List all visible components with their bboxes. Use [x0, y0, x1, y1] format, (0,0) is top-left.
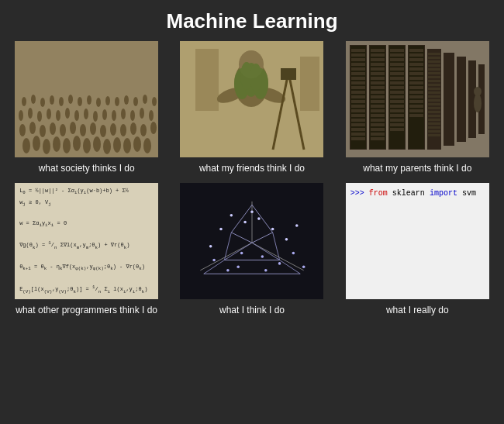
svg-point-195 [257, 217, 261, 220]
math-equations: Lθ = ½||w||² - Σαi(yi(w·b)+b) + Σ½ wj ≥ … [19, 186, 154, 296]
cell-parents: what my parents think I do [339, 41, 496, 175]
svg-point-196 [271, 227, 274, 230]
image-parents [346, 41, 489, 157]
svg-point-208 [264, 269, 268, 272]
page-title: Machine Learning [0, 0, 504, 41]
svg-point-191 [219, 227, 223, 230]
image-programmers: Lθ = ½||w||² - Σαi(yi(w·b)+b) + Σ½ wj ≥ … [15, 183, 158, 299]
svg-point-203 [278, 262, 281, 265]
svg-point-197 [285, 238, 288, 241]
page-wrapper: Machine Learning [0, 0, 504, 325]
svg-point-200 [226, 269, 230, 272]
scientist-svg [180, 41, 323, 157]
image-self [180, 183, 323, 299]
server-svg [346, 41, 489, 157]
svg-rect-186 [346, 41, 489, 157]
image-grid: what society thinks I do [0, 41, 504, 325]
caption-programmers: what other programmers think I do [16, 304, 157, 317]
cell-society: what society thinks I do [8, 41, 165, 175]
svg-point-198 [295, 224, 299, 227]
caption-society: what society thinks I do [39, 162, 135, 175]
svg-point-207 [236, 265, 240, 268]
cell-self: what I think I do [173, 183, 330, 317]
code-terminal: >>> from sklearn import svm [350, 189, 485, 198]
svg-point-205 [302, 265, 306, 268]
scatter-plot-svg [190, 191, 314, 291]
svg-point-202 [261, 255, 264, 258]
caption-really: what I really do [386, 304, 449, 317]
image-friends [180, 41, 323, 157]
svg-rect-58 [15, 41, 158, 157]
svg-point-206 [250, 210, 254, 213]
crowd-svg [15, 41, 158, 157]
svg-point-192 [209, 245, 212, 248]
svg-point-199 [212, 258, 216, 261]
caption-friends: what my friends think I do [199, 162, 305, 175]
image-society [15, 41, 158, 157]
image-really: >>> from sklearn import svm [346, 183, 489, 299]
caption-parents: what my parents think I do [363, 162, 471, 175]
svg-point-204 [292, 252, 295, 255]
cell-programmers: Lθ = ½||w||² - Σαi(yi(w·b)+b) + Σ½ wj ≥ … [8, 183, 165, 317]
svg-point-193 [230, 214, 233, 217]
svg-point-201 [240, 252, 243, 255]
svg-rect-74 [180, 41, 323, 157]
cell-really: >>> from sklearn import svm what I reall… [339, 183, 496, 317]
svg-point-194 [243, 221, 247, 224]
caption-self: what I think I do [219, 304, 285, 317]
cell-friends: what my friends think I do [173, 41, 330, 175]
